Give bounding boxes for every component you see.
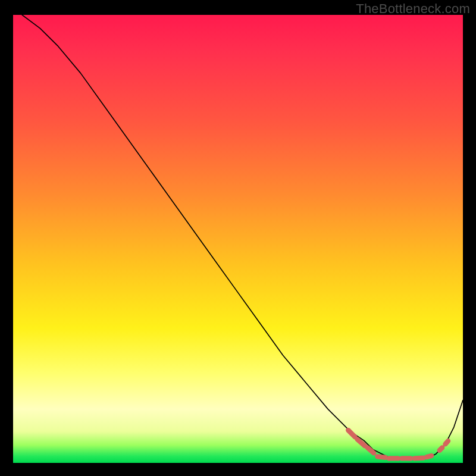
highlight-dash-left-3 (368, 447, 374, 453)
highlight-dash-right-2 (446, 441, 449, 444)
highlight-dash-left-1 (348, 430, 355, 437)
highlight-dash-right-1 (440, 447, 443, 450)
chart-plot-area (13, 15, 463, 463)
highlight-dash-flat-1 (377, 456, 386, 458)
bottleneck-curve-line (22, 15, 463, 458)
chart-frame: TheBottleneck.com (0, 0, 476, 476)
highlight-dash-flat-5 (427, 456, 431, 457)
highlight-dash-flat-4 (414, 458, 423, 459)
curve-svg (13, 15, 463, 463)
